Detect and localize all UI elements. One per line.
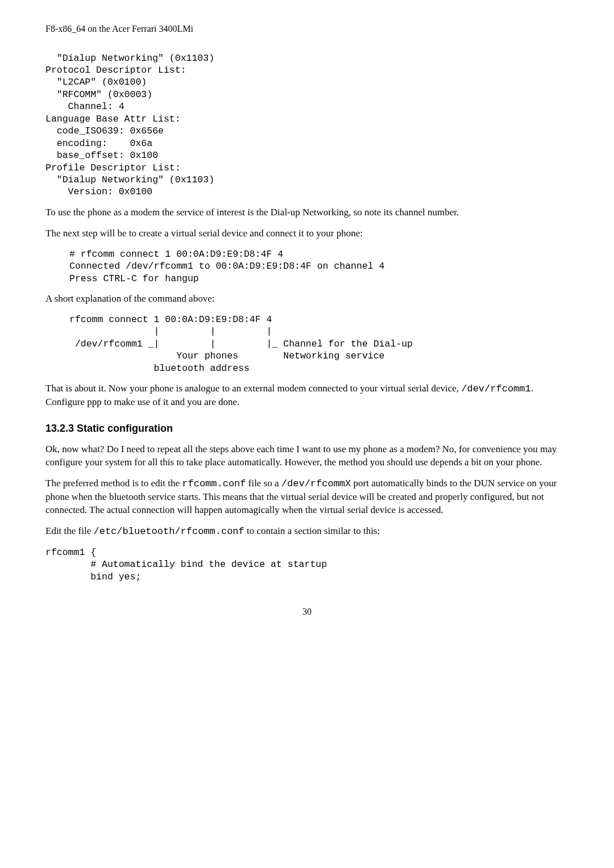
page-number: 30 xyxy=(45,606,569,618)
inline-code-dev-rfcommx: /dev/rfcommX xyxy=(281,478,351,489)
inline-code-etc-bluetooth: /etc/bluetooth/rfcomm.conf xyxy=(94,526,244,537)
text-segment: Edit the file xyxy=(45,525,94,536)
paragraph-edit-file: Edit the file /etc/bluetooth/rfcomm.conf… xyxy=(45,525,569,539)
paragraph-preferred-method: The preferred method is to edit the rfco… xyxy=(45,477,569,517)
code-block-sdp: "Dialup Networking" (0x1103) Protocol De… xyxy=(45,52,569,198)
code-block-rfcomm-conf: rfcomm1 { # Automatically bind the devic… xyxy=(45,546,569,583)
heading-static-configuration: 13.2.3 Static configuration xyxy=(45,422,569,435)
inline-code-dev-rfcomm1: /dev/rfcomm1 xyxy=(461,383,530,394)
code-block-rfcomm-connect: # rfcomm connect 1 00:0A:D9:E9:D8:4F 4 C… xyxy=(69,248,569,285)
paragraph-next-step: The next step will be to create a virtua… xyxy=(45,227,569,240)
paragraph-about-it: That is about it. Now your phone is anal… xyxy=(45,382,569,409)
text-segment: The preferred method is to edit the xyxy=(45,478,182,489)
inline-code-rfcomm-conf: rfcomm.conf xyxy=(182,478,246,489)
paragraph-explanation-intro: A short explanation of the command above… xyxy=(45,293,569,306)
page-header: F8-x86_64 on the Acer Ferrari 3400LMi xyxy=(45,23,569,35)
text-segment: That is about it. Now your phone is anal… xyxy=(45,383,461,394)
code-block-rfcomm-diagram: rfcomm connect 1 00:0A:D9:E9:D8:4F 4 | |… xyxy=(69,314,569,374)
text-segment: to contain a section similar to this: xyxy=(244,525,380,536)
paragraph-dun-note: To use the phone as a modem the service … xyxy=(45,206,569,219)
text-segment: file so a xyxy=(246,478,281,489)
paragraph-ok-now-what: Ok, now what? Do I need to repeat all th… xyxy=(45,443,569,469)
